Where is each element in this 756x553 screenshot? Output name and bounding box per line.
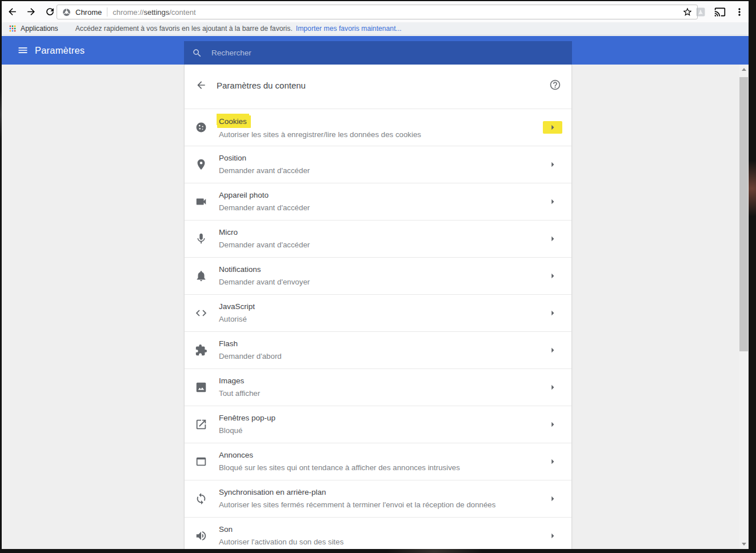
row-title: Synchronisation en arrière-plan <box>219 487 531 498</box>
row-title: Notifications <box>219 264 531 275</box>
settings-row[interactable]: Micro Demander avant d'accéder <box>185 220 571 257</box>
row-subtitle: Autoriser l'activation du son des sites <box>219 536 531 548</box>
browser-toolbar: Chrome chrome://settings/content <box>2 1 749 22</box>
row-subtitle: Demander avant d'envoyer <box>219 276 531 288</box>
chevron-right-icon <box>543 121 562 134</box>
card-header: Paramètres du contenu <box>185 65 571 109</box>
row-title: Micro <box>219 227 531 238</box>
location-icon <box>195 158 207 171</box>
settings-search-bar[interactable] <box>184 41 572 65</box>
help-icon[interactable] <box>549 79 561 91</box>
back-arrow-icon[interactable] <box>195 79 207 91</box>
chevron-right-icon <box>543 158 562 171</box>
search-icon <box>192 48 211 58</box>
row-title: Position <box>219 153 531 164</box>
main-area: Paramètres du contenu Cookies Autoriser … <box>2 65 749 549</box>
image-icon <box>195 381 207 394</box>
page-title: Paramètres du contenu <box>217 81 306 90</box>
settings-title: Paramètres <box>35 45 85 56</box>
bookmarks-hint-text: Accédez rapidement à vos favoris en les … <box>75 25 293 33</box>
chevron-right-icon <box>543 418 562 431</box>
row-title: Annonces <box>219 450 531 461</box>
row-title: Flash <box>219 338 531 350</box>
row-title: Images <box>219 375 531 387</box>
row-title: Fenêtres pop-up <box>219 412 531 424</box>
row-subtitle: Demander d'abord <box>219 351 531 362</box>
forward-icon <box>25 6 37 18</box>
import-favorites-link[interactable]: Importer mes favoris maintenant... <box>296 25 402 33</box>
settings-row[interactable]: Position Demander avant d'accéder <box>185 146 571 183</box>
chevron-right-icon <box>543 270 562 282</box>
settings-row[interactable]: Cookies Autoriser les sites à enregistre… <box>185 109 571 146</box>
chevron-right-icon <box>543 195 562 208</box>
settings-row[interactable]: Fenêtres pop-up Bloqué <box>185 406 571 443</box>
row-subtitle: Demander avant d'accéder <box>219 202 531 214</box>
row-subtitle: Autoriser les sites à enregistrer/lire l… <box>219 129 531 141</box>
sync-icon <box>195 492 207 505</box>
cookie-icon <box>195 121 207 134</box>
camera-icon <box>195 195 207 208</box>
content-settings-card: Paramètres du contenu Cookies Autoriser … <box>184 65 572 549</box>
settings-row[interactable]: Images Tout afficher <box>185 368 571 406</box>
row-title: Appareil photo <box>219 190 531 201</box>
bell-icon <box>195 270 207 282</box>
chevron-right-icon <box>543 344 562 356</box>
row-subtitle: Demander avant d'accéder <box>219 165 531 177</box>
scroll-down-icon[interactable] <box>739 539 749 549</box>
settings-row[interactable]: Flash Demander d'abord <box>185 331 571 368</box>
settings-row[interactable]: JavaScript Autorisé <box>185 294 571 331</box>
row-subtitle: Demander avant d'accéder <box>219 239 531 251</box>
settings-row[interactable]: Son Autoriser l'activation du son des si… <box>185 517 571 549</box>
settings-row[interactable]: Synchronisation en arrière-plan Autorise… <box>185 480 571 517</box>
refresh-icon[interactable] <box>44 6 55 18</box>
settings-row[interactable]: Annonces Bloqué sur les sites qui ont te… <box>185 443 571 480</box>
row-subtitle: Bloqué sur les sites qui ont tendance à … <box>219 462 531 474</box>
menu-dots-icon[interactable] <box>734 6 745 18</box>
row-subtitle: Autoriser les sites fermés récemment à t… <box>219 499 531 511</box>
settings-header: Paramètres <box>2 36 749 65</box>
scrollbar[interactable] <box>739 65 749 549</box>
settings-row[interactable]: Appareil photo Demander avant d'accéder <box>185 183 571 220</box>
omnibox-separator <box>107 7 107 17</box>
sound-icon <box>195 530 207 542</box>
apps-grid-icon[interactable] <box>9 25 17 33</box>
row-subtitle: Autorisé <box>219 314 531 325</box>
chevron-right-icon <box>543 307 562 319</box>
scrollbar-thumb[interactable] <box>739 77 748 351</box>
url-text: chrome://settings/content <box>113 8 195 17</box>
chevron-right-icon <box>543 492 562 505</box>
chrome-logo-icon <box>62 7 71 17</box>
settings-list: Cookies Autoriser les sites à enregistre… <box>185 109 571 549</box>
chevron-right-icon <box>543 381 562 394</box>
hamburger-menu-icon[interactable] <box>17 45 29 56</box>
popup-icon <box>195 418 207 431</box>
row-title: Cookies <box>219 115 531 128</box>
search-input[interactable] <box>211 49 497 57</box>
scroll-up-icon[interactable] <box>739 65 749 74</box>
bookmark-star-icon[interactable] <box>682 7 693 17</box>
apps-bookmark-label[interactable]: Applications <box>21 25 58 33</box>
page-label: Chrome <box>75 8 102 17</box>
settings-row[interactable]: Notifications Demander avant d'envoyer <box>185 257 571 294</box>
row-title: JavaScript <box>219 301 531 312</box>
puzzle-icon <box>195 344 207 356</box>
row-subtitle: Tout afficher <box>219 388 531 399</box>
bookmarks-bar: Applications Accédez rapidement à vos fa… <box>2 22 749 35</box>
address-bar[interactable]: Chrome chrome://settings/content <box>57 5 698 19</box>
code-icon <box>195 307 207 319</box>
back-icon[interactable] <box>6 6 18 18</box>
pdf-extension-icon[interactable] <box>695 6 706 18</box>
row-subtitle: Bloqué <box>219 425 531 436</box>
browser-window: Chrome chrome://settings/content Applica… <box>2 1 749 549</box>
mic-icon <box>195 233 207 245</box>
chevron-right-icon <box>543 530 562 542</box>
row-title: Son <box>219 524 531 535</box>
cast-icon[interactable] <box>714 6 726 18</box>
ads-icon <box>195 455 207 468</box>
chevron-right-icon <box>543 455 562 468</box>
chevron-right-icon <box>543 233 562 245</box>
